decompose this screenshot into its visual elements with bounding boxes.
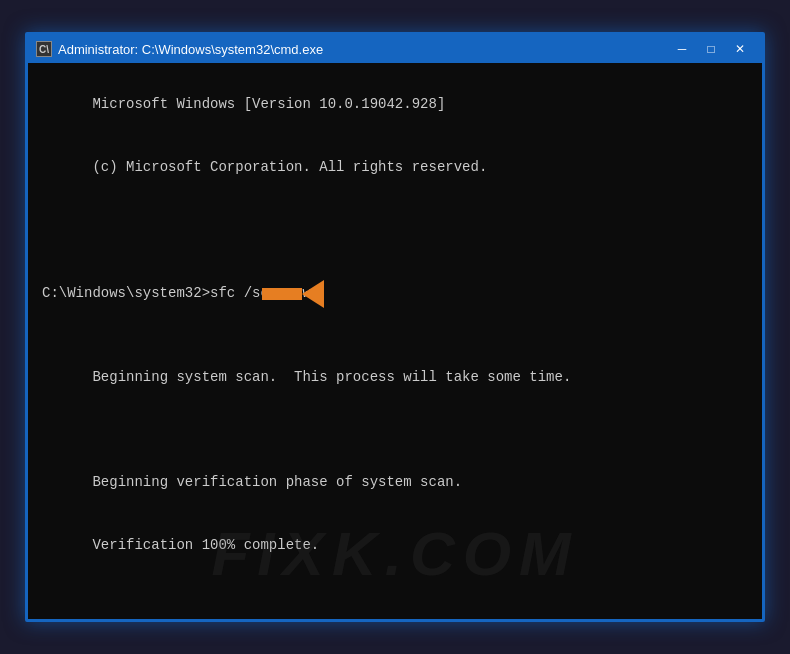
verification-begin-line: Beginning verification phase of system s… — [92, 474, 462, 490]
minimize-button[interactable]: ─ — [668, 38, 696, 60]
window-controls: ─ □ ✕ — [668, 38, 754, 60]
window-title: Administrator: C:\Windows\system32\cmd.e… — [58, 42, 668, 57]
version-line: Microsoft Windows [Version 10.0.19042.92… — [92, 96, 445, 112]
cmd-window: C\ Administrator: C:\Windows\system32\cm… — [25, 32, 765, 622]
close-button[interactable]: ✕ — [726, 38, 754, 60]
copyright-line: (c) Microsoft Corporation. All rights re… — [92, 159, 487, 175]
verification-complete-line: Verification 100% complete. — [92, 537, 319, 553]
prompt1: C:\Windows\system32> — [42, 283, 210, 304]
title-bar: C\ Administrator: C:\Windows\system32\cm… — [28, 35, 762, 63]
arrow-indicator — [262, 280, 324, 308]
terminal-output: Microsoft Windows [Version 10.0.19042.92… — [42, 73, 748, 619]
window-icon: C\ — [36, 41, 52, 57]
maximize-button[interactable]: □ — [697, 38, 725, 60]
arrow-body — [262, 288, 302, 300]
terminal-body: Microsoft Windows [Version 10.0.19042.92… — [28, 63, 762, 619]
command-line: C:\Windows\system32>sfc /scannow — [42, 283, 748, 304]
arrow-head — [302, 280, 324, 308]
scan-begin-line: Beginning system scan. This process will… — [92, 369, 571, 385]
